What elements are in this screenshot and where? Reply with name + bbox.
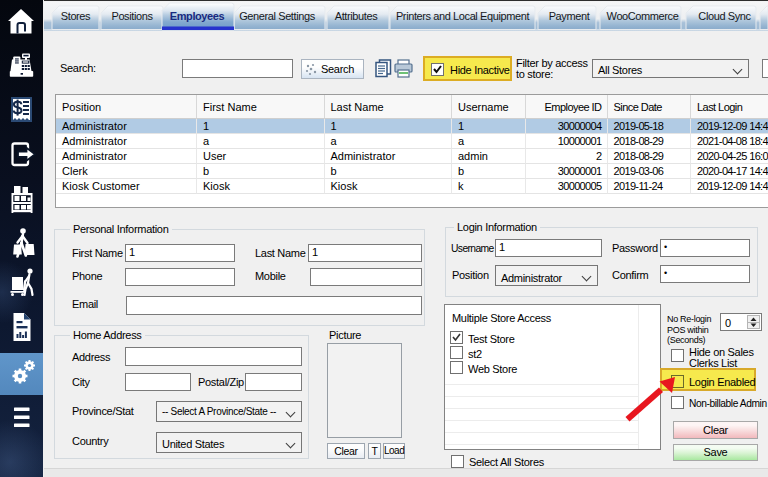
- svg-text:WooCommerce: WooCommerce: [607, 10, 679, 22]
- svg-text:Attributes: Attributes: [335, 10, 378, 22]
- svg-text:Positions: Positions: [111, 10, 153, 22]
- svg-text:Stores: Stores: [61, 10, 91, 22]
- svg-text:Cloud Sync: Cloud Sync: [698, 10, 751, 22]
- svg-text:General Settings: General Settings: [239, 10, 315, 22]
- svg-text:Employees: Employees: [170, 10, 225, 22]
- svg-text:Printers and Local Equipment: Printers and Local Equipment: [396, 10, 529, 22]
- svg-text:Payment: Payment: [549, 10, 590, 22]
